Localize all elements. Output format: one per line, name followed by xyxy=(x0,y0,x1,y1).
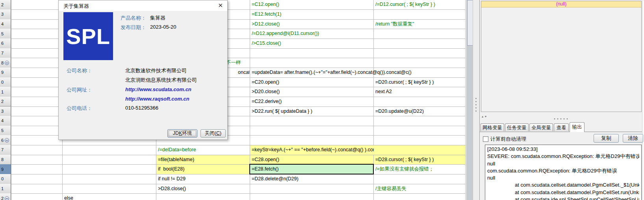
grid-cell-D15[interactable]: /=D12.append@i(D11.cursor()) xyxy=(250,29,373,39)
grid-cell-D20[interactable]: =C20.open() xyxy=(250,78,373,87)
grid-cell-C29[interactable]: if bool(E28) xyxy=(156,165,250,174)
grid-cell-C28[interactable]: =file(tableName) xyxy=(156,155,250,165)
auto-clear-checkbox[interactable] xyxy=(483,136,488,142)
release-date-value: 2023-05-20 xyxy=(150,24,176,30)
collapse-icon[interactable] xyxy=(5,138,9,142)
dialog-title: 关于集算器 xyxy=(63,3,89,10)
row-header-25[interactable]: 5 xyxy=(0,126,11,136)
grid-cell-E28[interactable]: =D28.cursor( ; ${ keyStr } ) xyxy=(374,155,465,165)
grid-cell-D30[interactable]: =D28.delete@n(D29) xyxy=(250,174,373,184)
grid-cell-D13[interactable]: =E12.fetch(1) xyxy=(250,10,373,19)
row-header-23[interactable]: 3 xyxy=(0,106,11,117)
tab-输出[interactable]: 输出 xyxy=(570,122,585,132)
jdk-env-button[interactable]: JDK环境 xyxy=(167,129,197,138)
row-header-22[interactable]: 2 xyxy=(0,97,11,107)
grid-cell-E14[interactable]: /return "数据重复" xyxy=(374,20,465,29)
grid-cell-D22[interactable]: =C22.derive() xyxy=(250,97,373,106)
horizontal-splitter[interactable]: ▴▾ xyxy=(480,113,642,123)
row-header-31[interactable]: 1 xyxy=(0,184,11,194)
log-line: null xyxy=(487,160,639,167)
vertical-splitter[interactable] xyxy=(473,0,480,200)
close-icon[interactable]: ✕ xyxy=(218,2,223,9)
row-header-20[interactable]: 0 xyxy=(0,77,11,88)
output-tab-content: 计算前自动清理 复制 清除 [2023-06-08 09:52:33]SEVER… xyxy=(480,132,642,200)
tab-网格变量[interactable]: 网格变量 xyxy=(481,123,504,131)
product-name-value: 集算器 xyxy=(150,15,165,22)
grid-cell-C31[interactable]: >D28.close() xyxy=(156,184,250,194)
log-line: [2023-06-08 09:52:33] xyxy=(487,146,639,153)
dialog-close-button[interactable]: 关闭(C) xyxy=(200,129,226,138)
grid-vscrollbar-track[interactable] xyxy=(466,0,473,200)
dialog-titlebar[interactable]: 关于集算器 ✕ xyxy=(59,0,227,11)
grid-cell-E12[interactable]: /=D12.cursor( ; ${ keyStr } ) xyxy=(374,0,465,9)
row-header-24[interactable]: 4 xyxy=(0,116,11,126)
spl-logo: SPL xyxy=(63,12,113,60)
grid-line xyxy=(465,0,466,200)
result-null-header: (null) xyxy=(481,1,641,7)
row-header-28[interactable]: 8 xyxy=(0,155,11,165)
grid-vscrollbar-thumb[interactable] xyxy=(467,0,473,46)
grid-cell-D23[interactable]: >D22.run( ${ updateData } ) xyxy=(250,107,373,116)
grid-cell-C18[interactable]: 不一样 xyxy=(226,58,249,68)
row-header-26[interactable]: 6 xyxy=(0,135,11,145)
scudata-link[interactable]: http://www.scudata.com.cn xyxy=(125,86,191,92)
collapse-icon[interactable] xyxy=(5,196,9,200)
grid-line xyxy=(11,0,11,200)
spl-ide-window: 2=C12.open()/=D12.cursor( ; ${ keyStr } … xyxy=(0,0,644,200)
tab-查看[interactable]: 查看 xyxy=(554,123,569,131)
log-line: com.scudata.common.RQException: 单元格D29中有… xyxy=(487,167,639,174)
row-header-29[interactable]: 9 xyxy=(0,164,11,174)
row-header-14[interactable]: 4 xyxy=(0,19,11,29)
spl-logo-text: SPL xyxy=(66,24,110,49)
row-header-21[interactable]: 1 xyxy=(0,87,11,97)
grid-cell-D29[interactable]: =E28.fetch() xyxy=(249,164,374,174)
row-header-16[interactable]: 6 xyxy=(0,39,11,49)
splitter-dots-icon xyxy=(475,98,477,112)
clear-button[interactable]: 清除 xyxy=(623,134,643,143)
grid-cell-E29[interactable]: /=如果没有主键就会报错； xyxy=(374,165,465,174)
row-header-19[interactable]: 9 xyxy=(0,68,11,78)
panel-right-scrollbar[interactable] xyxy=(642,1,644,200)
splitter-dots-icon xyxy=(554,118,568,119)
copy-button[interactable]: 复制 xyxy=(594,134,619,143)
company-name-1: 北京数速软件技术有限公司 xyxy=(125,67,187,74)
product-name-label: 产品名称： xyxy=(121,15,146,22)
grid-cell-C27[interactable]: /=delData=before xyxy=(156,145,250,155)
grid-cell-D28[interactable]: =C28.open() xyxy=(250,155,373,165)
grid-cell-E23[interactable]: =D20.update@u(D22) xyxy=(374,107,465,116)
grid-cell-E20[interactable]: =D20.cursor( ; ${ keyStr } ) xyxy=(374,78,465,87)
company-phone-value: 010-51295366 xyxy=(125,105,158,111)
log-line: at com.scudata.cellset.datamodel.PgmCell… xyxy=(487,182,639,189)
grid-cell-E27[interactable] xyxy=(374,145,465,155)
grid-cell-B32[interactable]: else xyxy=(63,194,156,200)
grid-cell-D21[interactable]: >D20.close() xyxy=(250,87,373,97)
row-header-12[interactable]: 2 xyxy=(0,0,11,10)
output-log[interactable]: [2023-06-08 09:52:33]SEVERE: com.scudata… xyxy=(485,145,642,200)
result-panel: (null) xyxy=(481,1,642,112)
log-line: at com.scudata.cellset.datamodel.PgmCell… xyxy=(487,189,639,196)
row-header-15[interactable]: 5 xyxy=(0,29,11,39)
company-phone-label: 公司电话： xyxy=(67,105,92,112)
row-header-27[interactable]: 7 xyxy=(0,145,11,155)
raqsoft-link[interactable]: http://www.raqsoft.com.cn xyxy=(125,96,189,102)
splitter-collapse-arrows-icon[interactable]: ▴▾ xyxy=(482,115,488,118)
grid-cell-E21[interactable]: next A2 xyxy=(374,87,465,97)
row-header-32[interactable]: 2 xyxy=(0,193,11,200)
company-web-label: 公司网址： xyxy=(67,86,92,94)
row-header-30[interactable]: 0 xyxy=(0,174,11,184)
grid-cell-D19[interactable]: =updateData= after.fname().(~+"="+after.… xyxy=(250,68,465,77)
row-header-17[interactable]: 7 xyxy=(0,48,11,59)
panel-tabbar: 网格变量任务变量全局变量查看输出 xyxy=(480,122,642,132)
grid-cell-E31[interactable]: /主键容易丢失 xyxy=(374,184,465,194)
tab-任务变量[interactable]: 任务变量 xyxy=(505,123,529,131)
row-header-13[interactable]: 3 xyxy=(0,9,11,20)
company-name-label: 公司名称： xyxy=(67,67,92,74)
row-header-18[interactable]: 8 xyxy=(0,58,11,68)
grid-cell-D14[interactable]: >D12.close() xyxy=(250,20,373,29)
collapse-icon[interactable] xyxy=(5,61,9,65)
grid-cell-C19[interactable]: oncat xyxy=(238,68,249,77)
grid-cell-D12[interactable]: =C12.open() xyxy=(250,0,373,9)
grid-cell-D16[interactable]: />C15.close() xyxy=(250,39,373,48)
tab-全局变量[interactable]: 全局变量 xyxy=(529,123,553,131)
grid-cell-C30[interactable]: if null != D29 xyxy=(156,174,250,184)
